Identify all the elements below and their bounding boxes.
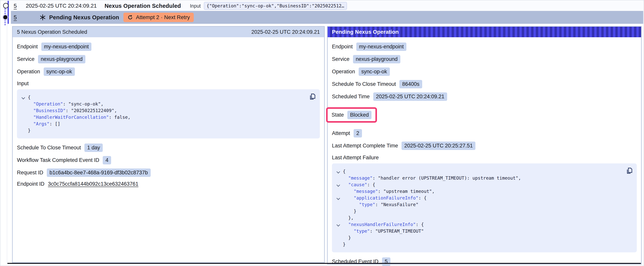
event-detail-panel-scheduled: 5 Nexus Operation Scheduled 2025-02-25 U… [12, 26, 325, 263]
field-label: Service [17, 56, 34, 62]
field-value-badge: 86400s [400, 80, 422, 88]
right-panel-header: Pending Nexus Operation [328, 27, 641, 37]
code-line: } [336, 241, 633, 248]
state-highlight-annotation: State Blocked [326, 107, 377, 123]
code-line: "type": "UPSTREAM_TIMEOUT" [336, 228, 633, 234]
field-row-operation: Operation sync-op-ok [332, 68, 637, 76]
event-name: Nexus Operation Scheduled [104, 3, 181, 9]
code-line: }, [336, 214, 633, 221]
last-attempt-failure-label: Last Attempt Failure [332, 155, 637, 161]
event-id-link[interactable]: 5 [14, 3, 17, 9]
field-row-endpoint-id: Endpoint ID 3c0c75ccfa8144b092c13ce63246… [17, 181, 320, 187]
workflow-event-history-view: 5 2025-02-25 UTC 20:24:09.21 Nexus Opera… [0, 0, 644, 266]
field-value-badge: 4 [103, 156, 111, 164]
code-line: { [336, 168, 633, 175]
field-value-badge: sync-op-ok [44, 68, 75, 76]
field-row-operation: Operation sync-op-ok [17, 68, 320, 76]
event-row-pending[interactable]: 5 Pending Nexus Operation Attempt 2 · Ne… [11, 11, 643, 24]
code-line: "cause": { [336, 181, 633, 188]
code-line: "nexusHandlerFailureInfo": { [336, 221, 633, 228]
field-value-badge: 2025-02-25 UTC 20:25:27.51 [402, 142, 476, 150]
field-row-scheduled-event-id: Scheduled Event ID 5 [332, 257, 637, 266]
field-value-badge: 2 [354, 129, 362, 137]
field-value-badge: nexus-playground [353, 55, 400, 63]
field-row-attempt: Attempt 2 [332, 129, 637, 137]
field-row-last-attempt-complete: Last Attempt Complete Time 2025-02-25 UT… [332, 142, 637, 150]
collapse-chevron-icon[interactable] [336, 196, 340, 200]
code-line: } [336, 208, 633, 214]
field-label: Schedule To Close Timeout [17, 145, 81, 151]
right-panel-title: Pending Nexus Operation [332, 29, 398, 35]
field-value-badge: b1c6a4bc-8ee7-468a-9169-df3b02c8737b [47, 168, 150, 177]
field-row-schedule-to-close: Schedule To Close Timeout 86400s [332, 80, 637, 88]
field-label: Scheduled Time [332, 94, 370, 100]
field-label: Operation [17, 69, 40, 75]
event-id-link[interactable]: 5 [14, 14, 17, 21]
field-value-badge: my-nexus-endpoint [356, 43, 406, 51]
event-row-scheduled[interactable]: 5 2025-02-25 UTC 20:24:09.21 Nexus Opera… [11, 1, 643, 11]
field-label: Endpoint ID [17, 181, 44, 187]
field-value-badge: nexus-playground [38, 55, 85, 63]
field-label: Endpoint [17, 44, 38, 50]
code-line: { [21, 94, 316, 101]
left-panel-title: 5 Nexus Operation Scheduled [17, 29, 87, 35]
collapse-chevron-icon[interactable] [336, 223, 340, 226]
event-input-preview-chip[interactable]: {"Operation":"sync-op-ok","BusinessID":"… [204, 2, 347, 10]
code-line: "applicationFailureInfo": { [336, 195, 633, 201]
field-row-service: Service nexus-playground [332, 55, 637, 63]
field-row-service: Service nexus-playground [17, 55, 320, 63]
state-value-badge: Blocked [347, 111, 372, 119]
code-line: "type": "NexusFailure" [336, 201, 633, 208]
input-section-label: Input [17, 81, 320, 87]
field-value-badge: sync-op-ok [359, 68, 390, 76]
field-value-badge: 5 [382, 257, 390, 266]
retry-icon [127, 15, 133, 20]
input-json-viewer: {"Operation": "sync-op-ok","BusinessID":… [17, 89, 320, 138]
code-line: "Operation": "sync-op-ok", [21, 101, 316, 107]
history-bottom-divider [8, 263, 641, 264]
code-line: "HandlerWaitForCancellation": false, [21, 114, 316, 121]
field-value-badge: 1 day [84, 144, 103, 152]
field-label: Request ID [17, 170, 43, 176]
field-label: Schedule To Close Timeout [332, 81, 396, 87]
collapse-chevron-icon[interactable] [22, 96, 25, 99]
pending-event-title: Pending Nexus Operation [49, 14, 119, 21]
code-line: } [21, 127, 316, 134]
pending-asterisk-icon [39, 14, 46, 21]
field-value-badge: my-nexus-endpoint [41, 43, 92, 51]
field-row-schedule-to-close: Schedule To Close Timeout 1 day [17, 144, 320, 152]
code-line: "message": "handler error (UPSTREAM_TIME… [336, 175, 633, 181]
endpoint-id-link[interactable]: 3c0c75ccfa8144b092c13ce632463761 [48, 181, 138, 187]
field-label: Endpoint [332, 44, 353, 50]
field-label: State [332, 112, 344, 118]
field-row-wft-completed-id: Workflow Task Completed Event ID 4 [17, 156, 320, 164]
event-timestamp: 2025-02-25 UTC 20:24:09.21 [26, 3, 97, 9]
collapse-chevron-icon[interactable] [336, 183, 340, 187]
collapse-chevron-icon[interactable] [336, 170, 340, 173]
field-row-scheduled-time: Scheduled Time 2025-02-25 UTC 20:24:09.2… [332, 92, 637, 101]
field-row-endpoint: Endpoint my-nexus-endpoint [332, 43, 637, 51]
field-label: Service [332, 56, 350, 62]
field-row-endpoint: Endpoint my-nexus-endpoint [17, 43, 320, 51]
code-line: "message": "upstream timeout", [336, 188, 633, 195]
field-value-badge: 2025-02-25 UTC 20:24:09.21 [373, 92, 447, 101]
field-row-request-id: Request ID b1c6a4bc-8ee7-468a-9169-df3b0… [17, 168, 320, 177]
retry-badge-label: Attempt 2 · Next Retry [136, 14, 190, 21]
field-label: Workflow Task Completed Event ID [17, 157, 99, 163]
timeline-open-node-icon[interactable] [3, 3, 8, 9]
field-label: Operation [332, 69, 355, 75]
pending-nexus-operation-panel: Pending Nexus Operation Endpoint my-nexu… [327, 26, 642, 264]
timeline-current-node-icon[interactable] [3, 15, 8, 19]
timeline-gutter-rule [7, 24, 7, 264]
field-label: Last Attempt Complete Time [332, 143, 398, 149]
retry-status-badge: Attempt 2 · Next Retry [124, 13, 194, 22]
code-line: "BusinessID": "20250225122409", [21, 107, 316, 114]
copy-icon[interactable] [626, 167, 633, 175]
field-label: Attempt [332, 130, 350, 136]
left-panel-timestamp: 2025-02-25 UTC 20:24:09.21 [252, 29, 320, 35]
event-input-label: Input [190, 3, 201, 9]
copy-icon[interactable] [309, 93, 316, 101]
failure-json-viewer: {"message": "handler error (UPSTREAM_TIM… [332, 163, 637, 252]
code-line: "Args": [] [21, 121, 316, 127]
code-line: } [336, 234, 633, 241]
